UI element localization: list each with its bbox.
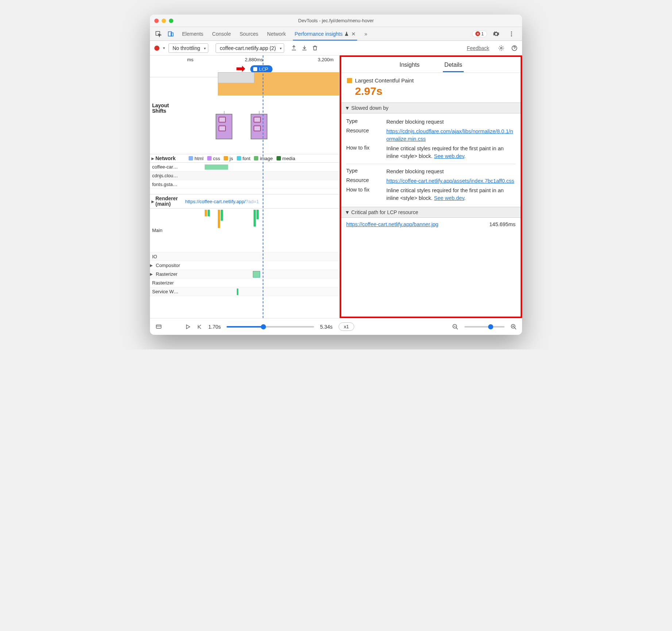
maximize-window-icon[interactable] (169, 19, 173, 23)
layout-shift-thumb[interactable] (216, 114, 232, 139)
settings-icon[interactable] (490, 31, 502, 37)
critical-resource-time: 145.695ms (489, 221, 515, 227)
track-row[interactable]: ▶Compositor (150, 261, 339, 270)
tab-details[interactable]: Details (443, 58, 464, 72)
slowed-header[interactable]: ▼ Slowed down by (341, 102, 521, 113)
close-window-icon[interactable] (154, 19, 159, 23)
error-icon: ✕ (475, 31, 480, 36)
ruler-tick: 2,880ms (245, 57, 263, 62)
tracks: Main IO ▶Compositor ▶Rasterizer Rasteriz… (150, 209, 339, 296)
swatch-media-icon (277, 156, 281, 160)
collapse-icon: ▼ (345, 209, 350, 215)
stop-icon (253, 67, 257, 71)
track-row[interactable]: ▶Rasterizer (150, 270, 339, 279)
details-pane: Insights Details Largest Contentful Pain… (340, 55, 522, 318)
device-toggle-icon[interactable] (165, 27, 177, 40)
expand-icon[interactable]: ▶ (150, 263, 153, 267)
collapse-icon: ▼ (345, 105, 350, 111)
network-row[interactable]: coffee-car… (150, 163, 339, 171)
svg-marker-10 (186, 325, 190, 329)
timeline-pane[interactable]: ms 2,880ms 3,200m ➡ LCP Layout Shifts ▶ … (150, 55, 340, 318)
time-end: 5.34s (320, 324, 332, 330)
request-bar (205, 164, 228, 170)
lcp-swatch-icon (347, 78, 352, 83)
rewind-icon[interactable] (197, 324, 202, 330)
legend: html css js font image media (189, 156, 295, 161)
type-value: Render blocking request (386, 168, 515, 175)
minimize-window-icon[interactable] (162, 19, 166, 23)
preview-icon[interactable] (155, 324, 162, 330)
slider-knob[interactable] (261, 324, 266, 329)
resource-link[interactable]: https://cdnjs.cloudflare.com/ajax/libs/n… (386, 128, 513, 142)
feedback-link[interactable]: Feedback (467, 45, 489, 51)
network-rows: coffee-car… cdnjs.clou… fonts.gsta… (150, 163, 339, 189)
play-icon[interactable] (185, 324, 191, 330)
panel-tabbar: Elements Console Sources Network Perform… (150, 27, 522, 41)
network-header[interactable]: ▶ Network html css js font image media (150, 154, 339, 163)
time-cursor[interactable] (263, 55, 263, 318)
track-row[interactable]: Main (150, 209, 339, 252)
critical-path-row: https://coffee-cart.netlify.app/banner.j… (341, 218, 521, 231)
tab-performance-insights[interactable]: Performance insights ✕ (294, 27, 356, 40)
insights-toolbar: ▾ No throttling coffee-cart.netlify.app … (150, 41, 522, 55)
close-tab-icon[interactable]: ✕ (351, 31, 356, 37)
expand-icon[interactable]: ▶ (151, 156, 154, 160)
resource-link[interactable]: https://coffee-cart.netlify.app/assets/i… (386, 178, 514, 184)
zoom-slider[interactable] (464, 326, 505, 328)
tab-console[interactable]: Console (212, 27, 231, 40)
lcp-pill-label: LCP (259, 66, 268, 72)
help-icon[interactable] (511, 45, 518, 51)
tab-sources[interactable]: Sources (240, 27, 258, 40)
flask-icon (344, 31, 349, 36)
swatch-font-icon (237, 156, 241, 160)
see-webdev-link[interactable]: See web.dev (434, 153, 464, 159)
kebab-menu-icon[interactable] (505, 31, 518, 37)
lcp-value: 2.97s (355, 85, 515, 97)
renderer-header[interactable]: ▶ Renderer (main) https://coffee-cart.ne… (150, 194, 339, 209)
lcp-marker[interactable]: LCP (250, 65, 273, 73)
zoom-in-icon[interactable] (510, 324, 517, 330)
recording-select[interactable]: coffee-cart.netlify.app (2) (216, 43, 284, 53)
inspect-icon[interactable] (152, 27, 165, 40)
svg-point-4 (511, 33, 512, 34)
layout-shift-thumb[interactable] (251, 114, 267, 139)
expand-icon[interactable]: ▶ (151, 200, 154, 204)
network-row[interactable]: fonts.gsta… (150, 180, 339, 189)
track-row[interactable]: IO (150, 252, 339, 261)
main-body: ms 2,880ms 3,200m ➡ LCP Layout Shifts ▶ … (150, 55, 522, 318)
renderer-url[interactable]: https://coffee-cart.netlify.app/?ad=1 (185, 199, 259, 204)
delete-icon[interactable] (312, 45, 318, 51)
throttling-select[interactable]: No throttling (169, 43, 208, 53)
ruler-tick: 3,200m (318, 57, 333, 62)
track-row[interactable]: Service W… (150, 287, 339, 296)
zoom-out-icon[interactable] (452, 324, 459, 330)
layout-shift-thumbs (216, 114, 267, 139)
error-badge[interactable]: ✕ 1 (472, 31, 487, 37)
critical-resource-link[interactable]: https://coffee-cart.netlify.app/banner.j… (346, 221, 439, 227)
see-webdev-link[interactable]: See web.dev (434, 195, 464, 201)
swatch-image-icon (254, 156, 258, 160)
more-tabs-icon[interactable]: » (364, 27, 367, 40)
playback-footer: 1.70s 5.34s x1 (150, 318, 522, 335)
record-menu-icon[interactable]: ▾ (163, 46, 165, 50)
zoom-level[interactable]: x1 (339, 322, 355, 331)
export-icon[interactable] (291, 45, 297, 51)
window-controls (154, 19, 173, 23)
slider-knob[interactable] (488, 324, 493, 329)
svg-point-6 (501, 47, 502, 49)
renderer-label: Renderer (main) (155, 196, 178, 207)
svg-rect-8 (156, 325, 161, 328)
import-icon[interactable] (301, 45, 308, 51)
tab-elements[interactable]: Elements (182, 27, 203, 40)
expand-icon[interactable]: ▶ (150, 272, 153, 276)
record-button[interactable] (154, 46, 159, 51)
tab-network[interactable]: Network (267, 27, 286, 40)
network-row[interactable]: cdnjs.clou… (150, 171, 339, 180)
svg-point-5 (511, 35, 512, 36)
gear-icon[interactable] (498, 45, 505, 51)
tab-insights[interactable]: Insights (398, 58, 421, 72)
time-slider[interactable] (227, 326, 314, 328)
track-row[interactable]: Rasterizer (150, 279, 339, 287)
swatch-js-icon (224, 156, 228, 160)
critical-path-header[interactable]: ▼ Critical path for LCP resource (341, 207, 521, 218)
